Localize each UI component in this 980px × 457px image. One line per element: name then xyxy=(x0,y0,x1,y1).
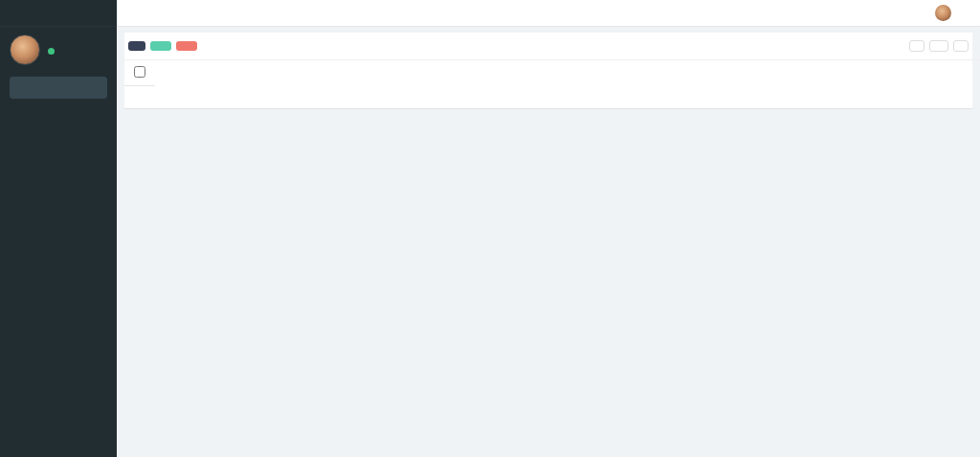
menu-search-input[interactable] xyxy=(10,77,107,99)
sidebar-menu xyxy=(0,106,117,457)
table-header-row xyxy=(124,60,980,86)
sidebar xyxy=(0,0,117,457)
edit-button[interactable] xyxy=(150,41,171,51)
user-dropdown[interactable] xyxy=(935,5,956,21)
columns-button[interactable] xyxy=(929,40,948,52)
app-root xyxy=(0,0,980,457)
records-summary xyxy=(124,86,972,108)
toolbar xyxy=(124,33,972,59)
search-toggle-button[interactable] xyxy=(953,40,969,52)
topnav-right xyxy=(854,5,970,21)
content xyxy=(117,27,980,457)
toggle-view-button[interactable] xyxy=(909,40,924,52)
table-panel xyxy=(124,33,972,109)
data-table xyxy=(124,59,980,86)
sidebar-search xyxy=(10,77,107,99)
user-panel xyxy=(0,27,117,71)
refresh-button[interactable] xyxy=(128,41,145,51)
delete-button[interactable] xyxy=(176,41,197,51)
user-avatar[interactable] xyxy=(10,34,40,65)
main-area xyxy=(117,0,980,457)
select-all-checkbox[interactable] xyxy=(134,66,145,78)
user-avatar xyxy=(935,5,951,21)
topnav xyxy=(117,0,980,27)
app-logo[interactable] xyxy=(0,0,117,27)
user-status xyxy=(48,48,58,55)
online-dot-icon xyxy=(48,48,55,55)
